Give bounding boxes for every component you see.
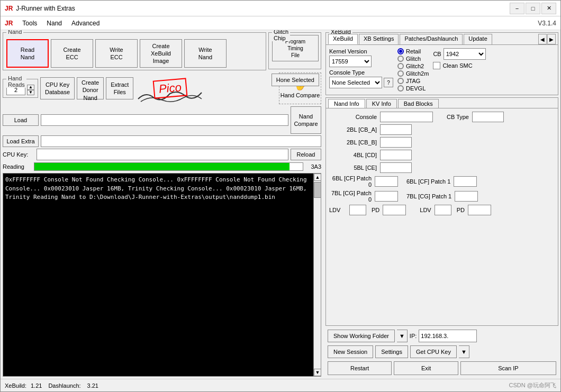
window-controls: − □ ✕ bbox=[510, 3, 556, 14]
clean-smc-checkbox[interactable] bbox=[433, 62, 440, 69]
maximize-button[interactable]: □ bbox=[526, 3, 540, 14]
2bl-a-input[interactable] bbox=[380, 124, 412, 135]
tab-nav-prev[interactable]: ◀ bbox=[538, 34, 547, 44]
restart-button[interactable]: Restart bbox=[328, 361, 392, 375]
ldv-input-2[interactable] bbox=[435, 205, 451, 215]
new-session-button[interactable]: New Session bbox=[328, 345, 373, 358]
create-ecc-button[interactable]: CreateECC bbox=[51, 39, 93, 68]
radio-glitch[interactable]: Glitch bbox=[397, 56, 429, 62]
menubar-left: JR Tools Nand Advanced bbox=[5, 19, 104, 28]
ldv-label-1: LDV bbox=[329, 207, 346, 213]
ldv-row: LDV PD LDV PD bbox=[329, 205, 555, 215]
load-button[interactable]: Load bbox=[3, 114, 39, 126]
7bl-cg-patch1-input[interactable] bbox=[455, 191, 478, 202]
read-nand-button[interactable]: ReadNand bbox=[6, 39, 49, 68]
6bl-cf-patch0-input[interactable] bbox=[375, 176, 398, 187]
status-bar: XeBuild: 1.21 Dashlaunch: 3.21 CSDN @玩命阿… bbox=[1, 379, 560, 391]
hone-selected-button[interactable]: Hone Selected bbox=[272, 74, 319, 86]
scroll-up-button[interactable]: ▲ bbox=[314, 174, 321, 181]
spinner-buttons: ▲ ▼ bbox=[27, 85, 34, 95]
6bl-cf-patch1-input[interactable] bbox=[454, 176, 477, 187]
ldv-input-1[interactable] bbox=[349, 205, 366, 215]
get-cpu-key-button[interactable]: Get CPU Key bbox=[410, 345, 457, 358]
tab-kv-info[interactable]: KV Info bbox=[366, 99, 397, 108]
session-settings-row: New Session Settings Get CPU Key ▼ bbox=[325, 344, 558, 360]
menu-nand[interactable]: Nand bbox=[42, 19, 66, 28]
tab-xebuild[interactable]: XeBuild bbox=[328, 34, 358, 44]
radio-glitch2[interactable]: Glitch2 bbox=[397, 63, 429, 69]
tab-update[interactable]: Update bbox=[464, 34, 492, 44]
scrollbar-thumb[interactable] bbox=[314, 182, 321, 198]
pd-label-2: PD bbox=[457, 207, 465, 213]
load-input[interactable] bbox=[41, 114, 288, 126]
cpu-key-database-button[interactable]: CPU KeyDatabase bbox=[40, 77, 75, 99]
close-button[interactable]: ✕ bbox=[541, 3, 556, 14]
nand-compare-button[interactable]: Nand Compare bbox=[291, 106, 321, 134]
kernel-version-label: Kernel Version bbox=[329, 48, 393, 54]
get-cpu-key-dropdown[interactable]: ▼ bbox=[459, 345, 469, 358]
title-bar: JR J-Runner with Extras − □ ✕ bbox=[1, 1, 560, 16]
progress-value: 3A3 bbox=[305, 163, 321, 170]
working-folder-dropdown-button[interactable]: ▼ bbox=[397, 330, 408, 342]
7bl-cg-patch0-input[interactable] bbox=[375, 191, 398, 202]
tab-xb-settings[interactable]: XB Settings bbox=[359, 34, 399, 44]
spinner-down-button[interactable]: ▼ bbox=[27, 90, 34, 95]
radio-jtag-label: JTAG bbox=[406, 78, 420, 84]
4bl-input[interactable] bbox=[380, 150, 412, 160]
scroll-down-button[interactable]: ▼ bbox=[314, 369, 321, 376]
5bl-row: 5BL [CE] bbox=[329, 162, 555, 173]
write-ecc-button[interactable]: WriteECC bbox=[95, 39, 138, 68]
kernel-version-select[interactable]: 17559 17544 17526 bbox=[329, 56, 372, 67]
create-xebuild-image-button[interactable]: CreateXeBuildImage bbox=[140, 39, 182, 68]
radio-jtag[interactable]: JTAG bbox=[397, 78, 429, 84]
cb-type-input[interactable] bbox=[472, 112, 504, 122]
pd-input-2[interactable] bbox=[468, 205, 491, 215]
log-area[interactable]: 0xFFFFFFFF Console Not Found Checking Co… bbox=[3, 174, 313, 376]
dashlaunch-status-label: Dashlaunch: bbox=[42, 382, 87, 389]
7bl-cg-patch0-label: 7BL [CG] Patch 0 bbox=[329, 190, 372, 203]
pd-input-1[interactable] bbox=[383, 205, 406, 215]
nand-group: Nand ReadNand CreateECC WriteECC CreateX… bbox=[3, 32, 266, 70]
tab-bad-blocks[interactable]: Bad Blocks bbox=[398, 99, 439, 108]
settings-button[interactable]: Settings bbox=[375, 345, 408, 358]
radio-retail[interactable]: Retail bbox=[397, 48, 429, 54]
working-folder-row: Show Working Folder ▼ IP: bbox=[325, 328, 558, 344]
load-extra-input[interactable] bbox=[41, 135, 321, 147]
ip-input[interactable] bbox=[419, 330, 477, 342]
radio-glitch2m[interactable]: Glitch2m bbox=[397, 70, 429, 77]
question-button[interactable]: ? bbox=[384, 78, 393, 87]
console-type-select[interactable]: None Selected Xenon Jasper Trinity bbox=[329, 77, 382, 88]
cpu-key-input[interactable] bbox=[37, 149, 288, 160]
xebuild-tabs: XeBuild XB Settings Patches/Dashlaunch U… bbox=[326, 33, 558, 45]
bottom-actions: Show Working Folder ▼ IP: New Session Se… bbox=[325, 328, 558, 377]
exit-button[interactable]: Exit bbox=[394, 361, 458, 375]
left-panel: Nand ReadNand CreateECC WriteECC CreateX… bbox=[1, 30, 323, 379]
load-extra-button[interactable]: Load Extra bbox=[3, 135, 39, 147]
tab-nand-info[interactable]: Nand Info bbox=[328, 99, 365, 108]
log-scrollbar[interactable]: ▲ ▼ bbox=[313, 174, 321, 376]
minimize-button[interactable]: − bbox=[510, 3, 524, 14]
write-nand-button[interactable]: WriteNand bbox=[184, 39, 227, 68]
extract-files-button[interactable]: ExtractFiles bbox=[106, 77, 133, 99]
show-working-folder-button[interactable]: Show Working Folder bbox=[328, 330, 395, 342]
menu-tools[interactable]: Tools bbox=[18, 19, 41, 28]
progress-row: Reading 3A3 bbox=[3, 162, 321, 171]
info-tabs: Nand Info KV Info Bad Blocks bbox=[326, 98, 558, 108]
2bl-b-input[interactable] bbox=[380, 137, 412, 148]
reload-button[interactable]: Reload bbox=[291, 149, 321, 160]
radio-devgl[interactable]: DEVGL bbox=[397, 85, 429, 92]
tab-nav-next[interactable]: ▶ bbox=[547, 34, 556, 44]
main-content: Nand ReadNand CreateECC WriteECC CreateX… bbox=[1, 30, 560, 379]
menu-advanced[interactable]: Advanced bbox=[67, 19, 104, 28]
scan-ip-button[interactable]: Scan IP bbox=[460, 361, 556, 375]
console-row: Console CB Type bbox=[329, 112, 555, 122]
tab-patches-dashlaunch[interactable]: Patches/Dashlaunch bbox=[400, 34, 463, 44]
cb-select[interactable]: 1942 1940 bbox=[444, 48, 486, 60]
5bl-input[interactable] bbox=[380, 162, 412, 173]
cb-section: CB 1942 1940 Clean SMC bbox=[433, 48, 485, 92]
create-donor-nand-button[interactable]: CreateDonorNand bbox=[77, 77, 104, 99]
spinner-up-button[interactable]: ▲ bbox=[27, 85, 34, 90]
6bl-patch-row: 6BL [CF] Patch 0 6BL [CF] Patch 1 bbox=[329, 175, 555, 188]
console-input[interactable] bbox=[380, 112, 433, 122]
kernel-version-field: Kernel Version 17559 17544 17526 bbox=[329, 48, 393, 67]
